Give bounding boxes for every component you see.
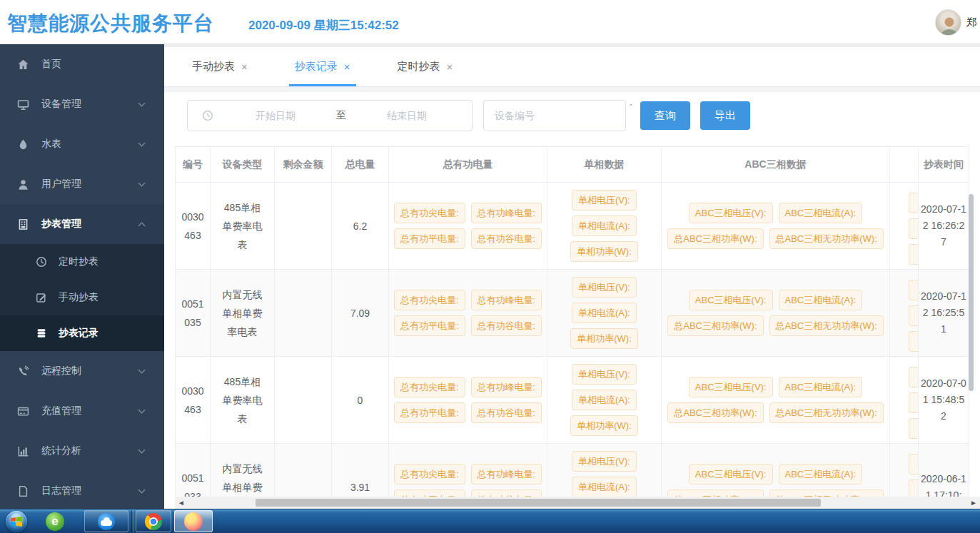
end-date-input[interactable] [350, 110, 463, 121]
date-range-input[interactable]: 至 [187, 100, 473, 131]
windows-logo-icon [11, 517, 22, 527]
sidebar-item-user-mgmt[interactable]: 用户管理 [0, 164, 164, 204]
tag-peak-energy: 总有功峰电量: [471, 464, 542, 484]
tag-single-current: 单相电流(A): [572, 390, 637, 410]
tab-close-icon[interactable]: × [447, 61, 453, 73]
tab-manual-reading[interactable]: 手动抄表 × [189, 47, 251, 86]
tag-valley-energy: 总有功谷电量: [471, 402, 542, 423]
chrome-icon [145, 513, 162, 530]
horizontal-scrollbar: ◄ ► [175, 497, 980, 509]
tag-abc-current: ABC三相电流(A): [779, 464, 863, 484]
cell-device-id: 0051035 [181, 295, 205, 332]
search-button[interactable]: 查询 [640, 101, 690, 130]
page-title: 智慧能源公共服务平台 [7, 10, 214, 37]
cell-device-id: 0051033 [181, 469, 205, 500]
clipped-tag-sliver [909, 418, 918, 439]
cell-device-id: 0030463 [181, 382, 205, 419]
column-header-total-energy: 总电量 [332, 147, 389, 183]
clock-icon [202, 110, 213, 121]
tag-peak-energy: 总有功峰电量: [471, 377, 542, 397]
start-date-input[interactable] [219, 110, 332, 121]
photo-app-icon [184, 512, 203, 531]
person-photo-icon [939, 14, 960, 36]
chevron-up-icon [138, 222, 146, 229]
vertical-scrollbar-thumb[interactable] [969, 194, 974, 391]
tab-scheduled-reading[interactable]: 定时抄表 × [395, 47, 456, 86]
start-orb[interactable] [6, 511, 27, 532]
ie-browser-icon[interactable]: e [46, 512, 64, 531]
sidebar-item-home[interactable]: 首页 [0, 44, 164, 84]
sidebar: 首页 设备管理 水表 用户管理 抄表管理 定时抄表 [0, 44, 164, 509]
horizontal-scrollbar-thumb[interactable] [256, 499, 821, 507]
cell-device-type: 485单相单费率电表 [219, 198, 266, 254]
taskbar-chrome-button[interactable] [136, 510, 171, 532]
cell-device-type: 内置无线单相单费率电表 [219, 460, 266, 500]
sidebar-item-meter-reading-mgmt[interactable]: 抄表管理 [0, 204, 164, 244]
taskbar-photo-app-button[interactable] [174, 510, 213, 532]
table-header-row: 编号 设备类型 剩余金额 总电量 总有功电量 单相数据 ABC三相数据 抄表时间 [176, 147, 969, 183]
clipped-tag-sliver [909, 280, 918, 300]
app-header: 智慧能源公共服务平台 2020-09-09 星期三15:42:52 郑 [0, 0, 980, 44]
tag-abc-power: 总ABC三相功率(W): [667, 402, 763, 423]
tag-valley-energy: 总有功谷电量: [471, 228, 542, 249]
content-divider [164, 87, 980, 92]
tag-single-power: 单相功率(W): [570, 241, 638, 262]
tag-abc-current: ABC三相电流(A): [779, 377, 863, 397]
column-header-active-energy: 总有功电量 [389, 147, 547, 183]
scroll-left-arrow-icon[interactable]: ◄ [178, 497, 185, 508]
cell-device-id: 0030463 [181, 208, 205, 245]
chevron-down-icon [138, 487, 146, 494]
sidebar-item-reading-records[interactable]: 抄表记录 [0, 315, 164, 351]
tag-peak-energy: 总有功峰电量: [471, 290, 542, 310]
chevron-down-icon [138, 180, 146, 187]
monitor-icon [17, 98, 29, 111]
tag-single-voltage: 单相电压(V): [572, 364, 637, 385]
tab-close-icon[interactable]: × [344, 61, 350, 73]
tag-single-voltage: 单相电压(V): [572, 277, 637, 298]
scroll-right-arrow-icon[interactable]: ► [970, 497, 977, 508]
sidebar-item-device-mgmt[interactable]: 设备管理 [0, 84, 164, 124]
column-header-reading-time: 抄表时间 [919, 147, 969, 183]
sidebar-item-manual-reading[interactable]: 手动抄表 [0, 280, 164, 315]
tab-bar: 手动抄表 × 抄表记录 × 定时抄表 × [164, 44, 980, 87]
cell-total-energy: 0 [358, 391, 363, 410]
taskbar-qq-browser-button[interactable] [84, 510, 128, 532]
sidebar-item-log-mgmt[interactable]: 日志管理 [0, 471, 164, 511]
tag-abc-voltage: ABC三相电压(V): [689, 464, 773, 484]
tag-single-voltage: 单相电压(V): [572, 451, 637, 472]
tab-reading-records[interactable]: 抄表记录 × [292, 47, 353, 86]
tag-abc-voltage: ABC三相电压(V): [689, 203, 773, 223]
sidebar-item-recharge-mgmt[interactable]: 充值管理 [0, 391, 164, 431]
sidebar-item-water-meter[interactable]: 水表 [0, 124, 164, 164]
clipped-tag-sliver [909, 193, 918, 213]
user-icon [17, 178, 29, 191]
cell-reading-time: 2020-07-01 15:48:52 [921, 375, 966, 425]
tag-abc-power: 总ABC三相功率(W): [667, 228, 763, 249]
tag-single-current: 单相电流(A): [572, 477, 637, 497]
sidebar-submenu: 定时抄表 手动抄表 抄表记录 [0, 244, 164, 351]
meter-icon [17, 218, 29, 230]
column-header-empty [890, 147, 919, 183]
header-datetime: 2020-09-09 星期三15:42:52 [248, 17, 399, 34]
tab-close-icon[interactable]: × [241, 61, 248, 73]
document-icon [17, 485, 29, 497]
sidebar-item-scheduled-reading[interactable]: 定时抄表 [0, 244, 164, 280]
tag-peak-energy: 总有功峰电量: [471, 203, 542, 223]
tag-single-power: 单相功率(W): [570, 415, 638, 436]
export-button[interactable]: 导出 [700, 101, 750, 130]
sidebar-item-statistics[interactable]: 统计分析 [0, 431, 164, 471]
device-number-input[interactable] [483, 100, 626, 131]
column-header-balance: 剩余金额 [275, 147, 332, 183]
tag-flat-energy: 总有功平电量: [394, 315, 465, 336]
taskbar-separator [131, 510, 133, 532]
sidebar-item-remote-control[interactable]: 远程控制 [0, 351, 164, 391]
database-icon [36, 328, 47, 339]
card-icon [17, 405, 29, 417]
edit-icon [36, 292, 47, 303]
tag-sharp-energy: 总有功尖电量: [394, 290, 465, 310]
username[interactable]: 郑 [966, 16, 977, 29]
cell-total-energy: 6.2 [353, 217, 367, 235]
user-avatar[interactable] [935, 9, 961, 36]
tag-flat-energy: 总有功平电量: [394, 402, 465, 423]
table-row: 0030463 485单相单费率电表 6.2 总有功尖电量: 总有功峰电量: 总… [176, 183, 969, 270]
